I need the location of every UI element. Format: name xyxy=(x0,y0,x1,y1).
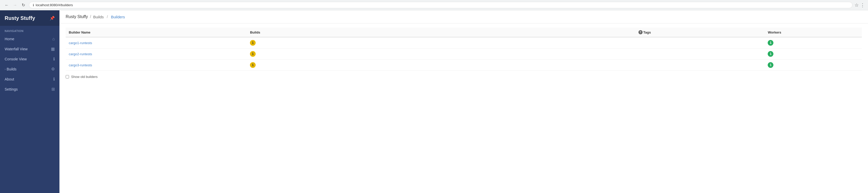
builds-cell-cargo1: 1 xyxy=(247,37,635,48)
app: Rusty Stuffy 📌 NAVIGATION Home ⌂ Waterfa… xyxy=(0,10,868,193)
table-body: cargo1-runtests 1 1 cargo2-runtests xyxy=(66,37,862,71)
tags-help-icon[interactable]: ? xyxy=(639,30,643,34)
workers-cell-cargo2: 1 xyxy=(765,48,862,60)
builds-gear-icon: ⚙ xyxy=(51,67,55,72)
sidebar-item-home-label: Home xyxy=(5,37,14,41)
sidebar-item-about[interactable]: About ℹ xyxy=(0,74,59,84)
browser-chrome: ← → ↻ ℹ localhost:8080/#/builders ☆ ⋮ xyxy=(0,0,868,10)
builder-name-cell: cargo3-runtests xyxy=(66,60,247,71)
builders-table: Builder Name Builds ?Tags Workers xyxy=(66,28,862,71)
col-header-workers: Workers xyxy=(765,28,862,37)
col-header-tags: ?Tags xyxy=(636,28,765,37)
sidebar-item-waterfall-view[interactable]: Waterfall View ▦ xyxy=(0,44,59,54)
col-header-builds: Builds xyxy=(247,28,635,37)
home-icon: ⌂ xyxy=(52,37,55,41)
tags-header-content: ?Tags xyxy=(639,30,762,34)
workers-badge-cargo3: 1 xyxy=(768,62,773,68)
sidebar-nav-label: NAVIGATION xyxy=(0,26,59,34)
workers-badge-cargo1: 1 xyxy=(768,40,773,46)
builds-cell-cargo3: 1 xyxy=(247,60,635,71)
settings-grid-icon: ⊞ xyxy=(52,87,55,91)
breadcrumb-slash: / xyxy=(107,15,108,19)
table-row: cargo3-runtests 1 1 xyxy=(66,60,862,71)
sidebar-item-builds[interactable]: › Builds ⚙ xyxy=(0,64,59,74)
sidebar-item-builds-label: Builds xyxy=(7,67,17,71)
pin-icon[interactable]: 📌 xyxy=(50,16,55,21)
workers-cell-cargo1: 1 xyxy=(765,37,862,48)
sidebar-item-console-label: Console View xyxy=(5,57,27,61)
builds-badge-cargo2: 1 xyxy=(250,51,256,57)
lock-icon: ℹ xyxy=(33,3,34,7)
sidebar: Rusty Stuffy 📌 NAVIGATION Home ⌂ Waterfa… xyxy=(0,10,59,193)
table-header: Builder Name Builds ?Tags Workers xyxy=(66,28,862,37)
about-info-icon: ℹ xyxy=(53,77,55,81)
tags-cell-cargo1 xyxy=(636,37,765,48)
sidebar-item-about-label: About xyxy=(5,77,14,81)
bookmark-icon[interactable]: ☆ xyxy=(855,2,859,8)
breadcrumb-app-name: Rusty Stuffy xyxy=(66,14,88,19)
browser-actions: ☆ ⋮ xyxy=(855,2,865,8)
breadcrumb-separator: / xyxy=(90,14,91,19)
sidebar-item-builds-left: › Builds xyxy=(5,67,17,71)
url-text: localhost:8080/#/builders xyxy=(36,3,848,7)
breadcrumb-current[interactable]: Builders xyxy=(111,15,125,19)
builder-link-cargo2[interactable]: cargo2-runtests xyxy=(69,52,92,56)
table-row: cargo2-runtests 1 1 xyxy=(66,48,862,60)
reload-button[interactable]: ↻ xyxy=(20,2,27,9)
content-header: Rusty Stuffy / Builds / Builders xyxy=(59,10,868,24)
address-bar[interactable]: ℹ localhost:8080/#/builders xyxy=(29,2,852,8)
browser-nav-buttons: ← → ↻ xyxy=(3,2,27,9)
waterfall-icon: ▦ xyxy=(51,46,55,51)
sidebar-item-console-view[interactable]: Console View ℹ xyxy=(0,54,59,64)
builder-name-cell: cargo1-runtests xyxy=(66,37,247,48)
table-header-row: Builder Name Builds ?Tags Workers xyxy=(66,28,862,37)
workers-badge-cargo2: 1 xyxy=(768,51,773,57)
col-header-builder-name: Builder Name xyxy=(66,28,247,37)
sidebar-item-home[interactable]: Home ⌂ xyxy=(0,34,59,44)
breadcrumb-builds[interactable]: Builds xyxy=(93,15,104,19)
sidebar-item-settings-label: Settings xyxy=(5,87,18,91)
menu-icon[interactable]: ⋮ xyxy=(860,2,865,8)
show-old-builders-container: Show old builders xyxy=(66,75,862,79)
show-old-builders-label[interactable]: Show old builders xyxy=(71,75,98,79)
builder-link-cargo1[interactable]: cargo1-runtests xyxy=(69,41,92,45)
show-old-builders-checkbox[interactable] xyxy=(66,75,69,78)
tags-cell-cargo3 xyxy=(636,60,765,71)
builds-arrow-icon: › xyxy=(5,68,6,71)
builds-badge-cargo3: 1 xyxy=(250,62,256,68)
console-icon: ℹ xyxy=(53,56,55,62)
builds-badge-cargo1: 1 xyxy=(250,40,256,46)
back-button[interactable]: ← xyxy=(3,2,10,9)
sidebar-header: Rusty Stuffy 📌 xyxy=(0,10,59,26)
content: Rusty Stuffy / Builds / Builders Builder… xyxy=(59,10,868,193)
workers-cell-cargo3: 1 xyxy=(765,60,862,71)
builder-name-cell: cargo2-runtests xyxy=(66,48,247,60)
content-body: Builder Name Builds ?Tags Workers xyxy=(59,24,868,83)
table-row: cargo1-runtests 1 1 xyxy=(66,37,862,48)
builds-cell-cargo2: 1 xyxy=(247,48,635,60)
builder-link-cargo3[interactable]: cargo3-runtests xyxy=(69,63,92,67)
sidebar-item-waterfall-label: Waterfall View xyxy=(5,47,28,51)
tags-cell-cargo2 xyxy=(636,48,765,60)
sidebar-item-settings[interactable]: Settings ⊞ xyxy=(0,84,59,94)
forward-button[interactable]: → xyxy=(11,2,19,9)
sidebar-title: Rusty Stuffy xyxy=(5,15,35,21)
